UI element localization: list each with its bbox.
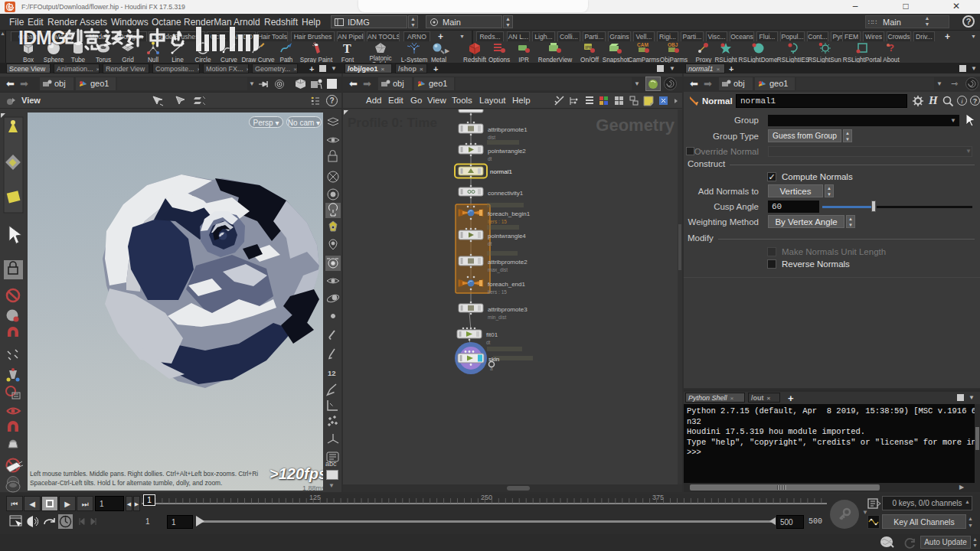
- svg-text:?: ?: [888, 42, 894, 54]
- svg-text:foreach_begin1: foreach_begin1: [488, 210, 531, 217]
- svg-text:fit01: fit01: [486, 331, 498, 338]
- svg-text:250: 250: [481, 494, 492, 501]
- svg-text:connectivity1: connectivity1: [488, 190, 524, 197]
- svg-text:attribpromote1: attribpromote1: [488, 126, 528, 133]
- svg-text:iters : 15: iters : 15: [488, 219, 507, 224]
- svg-text:normal1: normal1: [490, 168, 512, 175]
- svg-text:pointwrangle2: pointwrangle2: [488, 148, 526, 155]
- svg-text:T: T: [343, 42, 351, 55]
- svg-text:dt: dt: [488, 241, 492, 246]
- svg-text:iters : 15: iters : 15: [488, 289, 507, 295]
- svg-text:375: 375: [652, 494, 664, 501]
- svg-text:foreach_end1: foreach_end1: [488, 281, 525, 288]
- svg-text:min_dist: min_dist: [488, 315, 506, 321]
- svg-text:attribpromote2: attribpromote2: [488, 259, 528, 266]
- svg-text:OBJ: OBJ: [668, 42, 678, 47]
- svg-text:max_dist: max_dist: [488, 267, 508, 273]
- svg-text:dist: dist: [488, 135, 495, 140]
- svg-text:dt: dt: [488, 156, 492, 161]
- svg-text:CAM: CAM: [637, 42, 648, 47]
- svg-text:125: 125: [309, 494, 321, 501]
- svg-text:dt: dt: [486, 340, 491, 345]
- svg-text:pointwrangle4: pointwrangle4: [488, 233, 526, 240]
- svg-text:12: 12: [328, 369, 336, 377]
- svg-text:attribpromote3: attribpromote3: [488, 306, 528, 313]
